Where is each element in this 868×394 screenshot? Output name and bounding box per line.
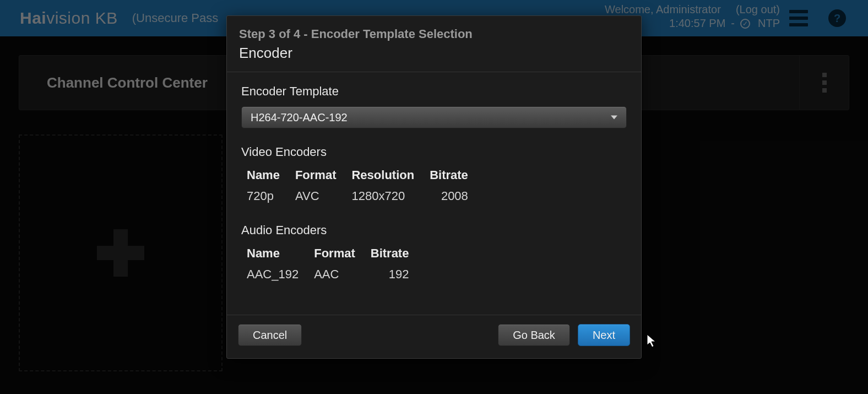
modal-title: Encoder bbox=[239, 45, 629, 62]
cell-name: AAC_192 bbox=[247, 264, 314, 285]
encoder-template-value: H264-720-AAC-192 bbox=[251, 111, 348, 124]
col-format: Format bbox=[295, 165, 352, 186]
cell-format: AAC bbox=[314, 264, 371, 285]
col-format: Format bbox=[314, 243, 371, 264]
cell-bitrate: 2008 bbox=[430, 186, 484, 207]
table-header-row: Name Format Bitrate bbox=[247, 243, 424, 264]
col-bitrate: Bitrate bbox=[430, 165, 484, 186]
chevron-down-icon bbox=[611, 116, 617, 120]
table-row: 720p AVC 1280x720 2008 bbox=[247, 186, 484, 207]
next-button[interactable]: Next bbox=[578, 324, 630, 346]
audio-encoders-table: Name Format Bitrate AAC_192 AAC 192 bbox=[247, 243, 424, 285]
video-encoders-heading: Video Encoders bbox=[241, 145, 627, 159]
encoder-template-select[interactable]: H264-720-AAC-192 bbox=[241, 106, 627, 128]
modal-step-indicator: Step 3 of 4 - Encoder Template Selection bbox=[239, 27, 629, 41]
video-encoders-table: Name Format Resolution Bitrate 720p AVC … bbox=[247, 165, 484, 207]
encoder-template-modal: Step 3 of 4 - Encoder Template Selection… bbox=[226, 15, 642, 359]
modal-body: Encoder Template H264-720-AAC-192 Video … bbox=[227, 72, 641, 315]
modal-overlay: Step 3 of 4 - Encoder Template Selection… bbox=[0, 0, 868, 394]
audio-encoders-heading: Audio Encoders bbox=[241, 223, 627, 238]
cell-name: 720p bbox=[247, 186, 295, 207]
go-back-button[interactable]: Go Back bbox=[498, 324, 570, 346]
modal-footer: Cancel Go Back Next bbox=[227, 315, 641, 358]
cancel-button[interactable]: Cancel bbox=[238, 324, 302, 346]
modal-header: Step 3 of 4 - Encoder Template Selection… bbox=[227, 16, 641, 72]
cell-resolution: 1280x720 bbox=[351, 186, 430, 207]
encoder-template-label: Encoder Template bbox=[241, 84, 627, 99]
cell-bitrate: 192 bbox=[371, 264, 425, 285]
col-resolution: Resolution bbox=[351, 165, 430, 186]
cell-format: AVC bbox=[295, 186, 352, 207]
col-name: Name bbox=[247, 243, 314, 264]
col-name: Name bbox=[247, 165, 295, 186]
col-bitrate: Bitrate bbox=[371, 243, 425, 264]
table-header-row: Name Format Resolution Bitrate bbox=[247, 165, 484, 186]
table-row: AAC_192 AAC 192 bbox=[247, 264, 424, 285]
